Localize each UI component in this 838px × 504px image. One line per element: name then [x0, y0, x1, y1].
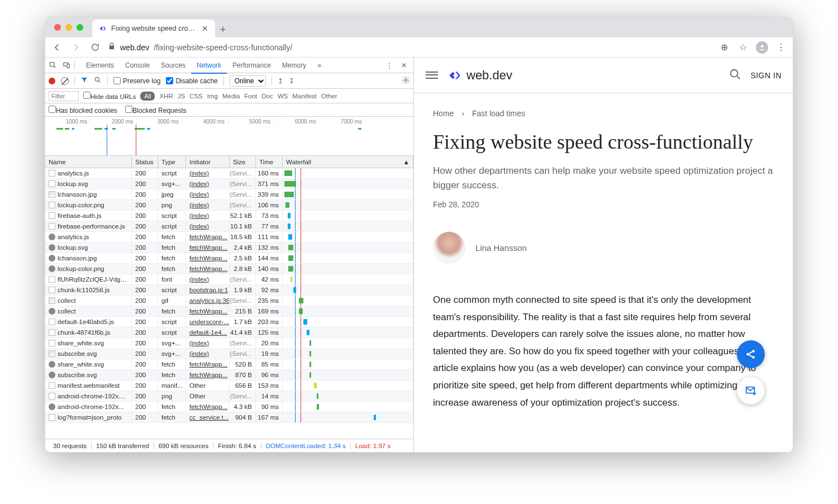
devtools-tab-sources[interactable]: Sources: [155, 58, 191, 73]
filter-xhr[interactable]: XHR: [159, 93, 173, 99]
filter-img[interactable]: Img: [207, 93, 218, 99]
filter-js[interactable]: JS: [178, 93, 185, 99]
tab-title: Fixing website speed cross-fu: [111, 25, 197, 32]
sign-in-button[interactable]: SIGN IN: [750, 71, 782, 80]
download-icon[interactable]: ↧: [289, 77, 294, 85]
filter-toggle-icon[interactable]: [80, 76, 88, 85]
devtools-tab-network[interactable]: Network: [191, 58, 227, 74]
svg-point-4: [95, 77, 99, 81]
more-tabs-icon[interactable]: »: [314, 61, 325, 69]
hide-data-urls-checkbox[interactable]: Hide data URLs: [83, 92, 136, 100]
device-toggle-icon[interactable]: [62, 61, 71, 70]
network-row[interactable]: flUhRq6tzZclQEJ-Vdg-Iui...200font(index)…: [45, 274, 413, 285]
crumb-section[interactable]: Fast load times: [472, 109, 525, 118]
has-blocked-cookies-checkbox[interactable]: Has blocked cookies: [49, 106, 117, 115]
close-tab-icon[interactable]: ✕: [202, 24, 208, 33]
filter-doc[interactable]: Doc: [261, 93, 273, 99]
install-icon[interactable]: ⊕: [718, 42, 730, 53]
network-row[interactable]: share_white.svg200svg+...(index)(Servi..…: [45, 338, 413, 349]
network-row[interactable]: analytics.js200script(index)(Servi...160…: [45, 168, 413, 179]
network-row[interactable]: log?format=json_proto200fetchcc_service.…: [45, 412, 413, 423]
hamburger-menu-icon[interactable]: [425, 69, 439, 82]
crumb-home[interactable]: Home: [433, 109, 454, 118]
page-title: Fixing website speed cross-functionally: [433, 130, 774, 154]
overview-tick: 1000 ms: [45, 118, 91, 124]
network-row[interactable]: subscribe.svg200fetchfetchWrapp...870 B9…: [45, 370, 413, 381]
forward-button[interactable]: [70, 41, 82, 54]
share-fab-button[interactable]: [737, 340, 765, 368]
col-type[interactable]: Type: [158, 156, 186, 168]
reload-button[interactable]: [89, 41, 101, 54]
record-button[interactable]: [49, 78, 55, 84]
overflow-menu-icon[interactable]: ⋮: [775, 42, 787, 53]
network-row[interactable]: manifest.webmanifest200manif...Other656 …: [45, 381, 413, 391]
col-size[interactable]: Size: [230, 156, 256, 168]
network-row[interactable]: lchansson.jpg200jpeg(index)(Servi...339 …: [45, 189, 413, 200]
network-row[interactable]: lchansson.jpg200fetchfetchWrapp...2.5 kB…: [45, 253, 413, 264]
blocked-requests-checkbox[interactable]: Blocked Requests: [125, 106, 187, 115]
minimize-window-icon[interactable]: [65, 24, 72, 31]
inspect-element-icon[interactable]: [49, 61, 58, 70]
network-row[interactable]: lockup.svg200fetchfetchWrapp...2,4 kB132…: [45, 243, 413, 253]
settings-gear-icon[interactable]: [402, 76, 410, 86]
bookmark-icon[interactable]: ☆: [737, 42, 749, 53]
search-icon[interactable]: [94, 76, 102, 85]
overview-tick: 4000 ms: [183, 118, 228, 124]
network-row[interactable]: share_white.svg200fetchfetchWrapp...520 …: [45, 359, 413, 370]
network-row[interactable]: default-1e40abd5.js200scriptunderscore-.…: [45, 317, 413, 327]
page-search-icon[interactable]: [729, 68, 741, 82]
filter-media[interactable]: Media: [222, 93, 240, 99]
col-initiator[interactable]: Initiator: [186, 156, 230, 168]
network-row[interactable]: chunk-48741f6b.js200scriptdefault-1e4...…: [45, 327, 413, 338]
network-row[interactable]: lockup-color.png200fetchfetchWrapp...2.8…: [45, 264, 413, 274]
upload-icon[interactable]: ↥: [278, 77, 283, 85]
network-row[interactable]: lockup-color.png200png(index)(Servi...10…: [45, 200, 413, 211]
devtools-tab-performance[interactable]: Performance: [227, 58, 277, 73]
address-bar[interactable]: web.dev/fixing-website-speed-cross-funct…: [108, 42, 711, 52]
col-name[interactable]: Name: [45, 156, 132, 168]
network-row[interactable]: collect200fetchfetchWrapp...215 B169 ms: [45, 306, 413, 317]
filter-font[interactable]: Font: [244, 93, 257, 99]
lock-icon: [108, 42, 116, 52]
network-row[interactable]: chunk-fc110256.js200scriptbootstrap.js:1…: [45, 285, 413, 296]
profile-avatar-icon[interactable]: [756, 41, 768, 54]
subscribe-fab-button[interactable]: [737, 377, 765, 405]
filter-input[interactable]: [49, 91, 79, 101]
col-waterfall[interactable]: Waterfall▲: [283, 156, 413, 168]
devtools-tab-elements[interactable]: Elements: [80, 58, 120, 73]
network-row[interactable]: collect200gifanalytics.js:36(Servi...235…: [45, 296, 413, 306]
filter-other[interactable]: Other: [321, 93, 337, 99]
devtools-panel: ElementsConsoleSourcesNetworkPerformance…: [45, 58, 414, 452]
network-row[interactable]: subscribe.svg200svg+...(index)(Servi...1…: [45, 349, 413, 359]
back-button[interactable]: [51, 41, 63, 54]
disable-cache-checkbox[interactable]: Disable cache: [166, 77, 217, 85]
author-block: Lina Hansson: [433, 231, 774, 264]
col-time[interactable]: Time: [256, 156, 283, 168]
col-status[interactable]: Status: [132, 156, 158, 168]
network-row[interactable]: analytics.js200fetchfetchWrapp...18.5 kB…: [45, 232, 413, 243]
overview-timeline[interactable]: 1000 ms2000 ms3000 ms4000 ms5000 ms6000 …: [45, 117, 413, 156]
devtools-tab-console[interactable]: Console: [120, 58, 155, 73]
filter-manifest[interactable]: Manifest: [292, 93, 316, 99]
devtools-tab-memory[interactable]: Memory: [277, 58, 312, 73]
network-row[interactable]: firebase-auth.js200script(index)52.1 kB7…: [45, 211, 413, 221]
devtools-overflow-icon[interactable]: ⋮: [383, 61, 396, 69]
network-row[interactable]: firebase-performance.js200script(index)1…: [45, 221, 413, 232]
filter-all-chip[interactable]: All: [140, 92, 155, 101]
preserve-log-checkbox[interactable]: Preserve log: [113, 77, 160, 85]
window-controls: [51, 24, 92, 31]
throttling-select[interactable]: Online: [230, 75, 266, 87]
browser-tab[interactable]: Fixing website speed cross-fu ✕: [92, 20, 215, 37]
devtools-close-icon[interactable]: ✕: [398, 61, 410, 69]
network-row[interactable]: android-chrome-192x...200fetchfetchWrapp…: [45, 402, 413, 412]
network-row[interactable]: android-chrome-192x192....200pngOther(Se…: [45, 391, 413, 402]
filter-ws[interactable]: WS: [278, 93, 288, 99]
filter-css[interactable]: CSS: [189, 93, 203, 99]
webdev-logo[interactable]: web.dev: [447, 68, 512, 83]
new-tab-button[interactable]: +: [215, 22, 231, 37]
clear-button[interactable]: [61, 77, 69, 85]
maximize-window-icon[interactable]: [77, 24, 83, 31]
network-row[interactable]: lockup.svg200svg+...(index)(Servi...371 …: [45, 179, 413, 189]
close-window-icon[interactable]: [54, 24, 61, 31]
author-name[interactable]: Lina Hansson: [475, 243, 527, 253]
